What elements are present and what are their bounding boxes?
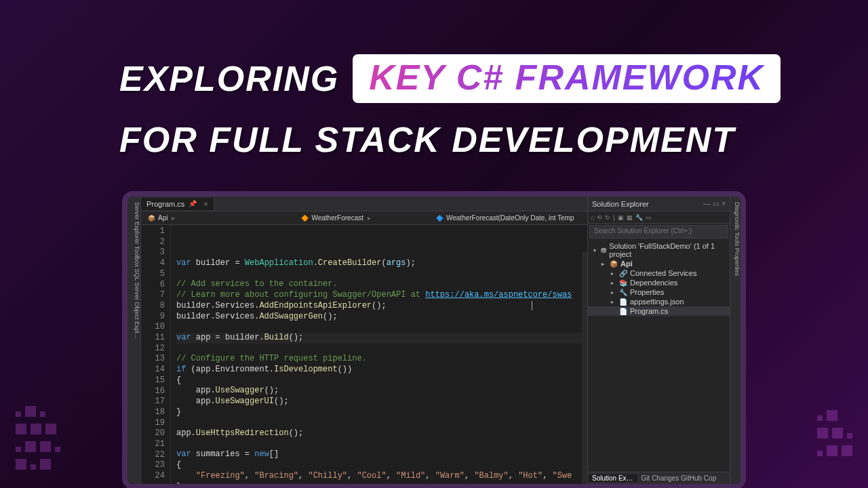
line-number: 11 xyxy=(141,333,165,344)
breadcrumb-separator: ▸ xyxy=(172,214,175,222)
tab-program-cs[interactable]: Program.cs 📌 × xyxy=(141,198,214,210)
code-line[interactable]: builder.Services.AddSwaggerGen(); xyxy=(176,312,587,323)
tree-item-label: appsettings.json xyxy=(630,298,684,306)
tab-git-changes[interactable]: Git Changes GitHub Cop xyxy=(637,474,721,482)
file-icon: 📚 xyxy=(619,279,627,287)
file-icon: 🔗 xyxy=(619,270,627,277)
solution-icon: ⛃ xyxy=(601,247,606,254)
breadcrumb-separator: ▸ xyxy=(368,214,371,222)
tree-item[interactable]: ▸🔧Properties xyxy=(588,287,730,297)
code-line[interactable]: // Configure the HTTP request pipeline. xyxy=(176,354,587,365)
code-line[interactable]: } xyxy=(176,407,587,418)
file-icon: 📦 xyxy=(610,260,618,268)
tree-item[interactable]: ▸📚Dependencies xyxy=(588,278,730,287)
line-number: 24 xyxy=(141,471,165,482)
show-all-icon[interactable]: ▦ xyxy=(627,214,633,221)
refresh-icon[interactable]: ↻ xyxy=(605,214,610,221)
method-icon: 🔷 xyxy=(436,215,443,222)
tree-item[interactable]: 📄Program.cs xyxy=(588,306,730,316)
code-line[interactable]: app.UseSwagger(); xyxy=(176,386,587,396)
tab-label: Program.cs xyxy=(146,200,184,208)
line-number: 1 xyxy=(141,226,165,237)
chevron-icon: ▸ xyxy=(611,289,616,296)
breadcrumb-type[interactable]: 🔶 WeatherForecast xyxy=(297,214,368,222)
file-icon: 📄 xyxy=(619,308,627,315)
code-line[interactable]: var app = builder.Build(); xyxy=(176,333,587,344)
solution-tree: ▾ ⛃ Solution 'FullStackDemo' (1 of 1 pro… xyxy=(588,240,730,472)
line-number: 17 xyxy=(141,396,165,407)
preview-icon[interactable]: ▭ xyxy=(646,214,652,221)
code-line[interactable]: var builder = WebApplication.CreateBuild… xyxy=(176,258,587,269)
code-line[interactable]: // Add services to the container. xyxy=(176,279,587,290)
file-icon: 🔧 xyxy=(619,289,627,296)
code-line[interactable] xyxy=(176,344,587,354)
breadcrumb-project[interactable]: 📦 Api xyxy=(144,214,172,222)
ide-window: Server Explorer Toolbox SQL Server Objec… xyxy=(122,191,746,488)
properties-icon[interactable]: 🔧 xyxy=(635,214,643,221)
csharp-icon: 📦 xyxy=(148,215,155,222)
solution-explorer-toolbar: ⌂ ⟲ ↻ | ▣ ▦ 🔧 ▭ xyxy=(588,211,730,224)
code-line[interactable]: // Learn more about configuring Swagger/… xyxy=(176,290,587,301)
solution-explorer-panel: Solution Explorer — ▭ × ⌂ ⟲ ↻ | ▣ ▦ 🔧 ▭ … xyxy=(587,197,730,484)
tree-item[interactable]: ▸📄appsettings.json xyxy=(588,297,730,306)
tree-item[interactable]: ▸🔗Connected Services xyxy=(588,268,730,278)
code-line[interactable]: { xyxy=(176,375,587,386)
close-icon[interactable]: × xyxy=(203,200,208,208)
hero-highlight-text: KEY C# FRAMEWORK xyxy=(369,58,764,97)
line-number: 10 xyxy=(141,322,165,333)
code-line[interactable]: var summaries = new[] xyxy=(176,449,587,460)
code-line[interactable] xyxy=(176,322,587,333)
line-number: 7 xyxy=(141,290,165,301)
search-input[interactable] xyxy=(590,226,728,236)
line-number: 6 xyxy=(141,280,165,291)
code-line[interactable]: app.UseSwaggerUI(); xyxy=(176,396,587,407)
pin-icon[interactable]: 📌 xyxy=(189,200,197,207)
tree-item[interactable]: ▸📦Api xyxy=(588,259,730,268)
solution-node[interactable]: ▾ ⛃ Solution 'FullStackDemo' (1 of 1 pro… xyxy=(588,241,730,259)
window-restore-icon[interactable]: ▭ xyxy=(713,200,719,207)
code-line[interactable]: { xyxy=(176,460,587,471)
line-number: 16 xyxy=(141,386,165,397)
code-line[interactable]: app.UseHttpsRedirection(); xyxy=(176,428,587,439)
right-tool-tabs[interactable]: Diagnostic Tools Properties xyxy=(730,197,741,484)
line-number: 5 xyxy=(141,269,165,280)
line-number: 15 xyxy=(141,375,165,386)
window-close-icon[interactable]: × xyxy=(722,200,726,207)
tree-item-label: Connected Services xyxy=(630,269,696,277)
solution-explorer-search[interactable] xyxy=(589,225,728,239)
decoration-dots-right xyxy=(815,408,854,461)
right-panel-tabs: Solution Ex… Git Changes GitHub Cop xyxy=(588,472,730,484)
line-number: 9 xyxy=(141,312,165,323)
line-number: 21 xyxy=(141,439,165,450)
code-line[interactable]: builder.Services.AddEndpointsApiExplorer… xyxy=(176,301,587,312)
collapse-icon[interactable]: ▣ xyxy=(618,214,624,221)
tree-item-label: Dependencies xyxy=(630,279,677,287)
hero-title: EXPLORING KEY C# FRAMEWORK FOR FULL STAC… xyxy=(119,54,800,160)
tree-item-label: Program.cs xyxy=(630,307,668,315)
window-minimize-icon[interactable]: — xyxy=(703,200,710,207)
class-icon: 🔶 xyxy=(301,215,309,222)
code-line[interactable]: if (app.Environment.IsDevelopment()) xyxy=(176,365,587,375)
sync-icon[interactable]: ⟲ xyxy=(597,214,602,221)
code-content[interactable]: var builder = WebApplication.CreateBuild… xyxy=(171,225,587,484)
code-area[interactable]: 123456789101112131415161718192021222324 … xyxy=(141,225,587,484)
left-tool-tabs[interactable]: Server Explorer Toolbox SQL Server Objec… xyxy=(127,197,141,484)
editor-tab-bar: Program.cs 📌 × xyxy=(141,197,587,211)
chevron-icon: ▸ xyxy=(611,280,616,286)
code-line[interactable]: }; xyxy=(176,482,587,484)
code-line[interactable]: "Freezing", "Bracing", "Chilly", "Cool",… xyxy=(176,471,587,482)
tab-solution-explorer[interactable]: Solution Ex… xyxy=(588,474,637,482)
code-line[interactable] xyxy=(176,269,587,280)
home-icon[interactable]: ⌂ xyxy=(591,214,594,221)
scrollbar-vertical[interactable] xyxy=(582,252,587,484)
tree-item-label: Api xyxy=(620,260,633,268)
code-line[interactable] xyxy=(176,418,587,428)
hero-line2: FOR FULL STACK DEVELOPMENT xyxy=(119,119,800,160)
editor-panel: Program.cs 📌 × 📦 Api ▸ 🔶 WeatherForecast… xyxy=(141,197,587,484)
line-number: 12 xyxy=(141,344,165,354)
decoration-dots-left xyxy=(14,404,62,474)
line-number: 4 xyxy=(141,258,165,269)
breadcrumb-member[interactable]: 🔷 WeatherForecast(DateOnly Date, int Tem… xyxy=(432,214,578,222)
line-number: 18 xyxy=(141,407,165,418)
code-line[interactable] xyxy=(176,439,587,450)
